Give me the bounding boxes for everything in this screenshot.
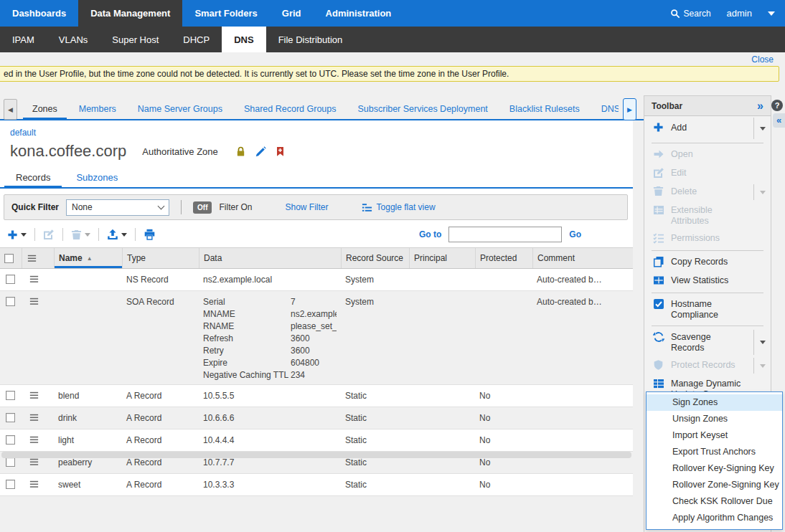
table-row[interactable]: sweet A Record 10.3.3.3 Static No (0, 474, 633, 496)
tab-subscriber-services-deployment[interactable]: Subscriber Services Deployment (347, 98, 499, 119)
add-record-caret-icon[interactable] (21, 233, 27, 237)
export-records-caret-icon[interactable] (121, 233, 127, 237)
filter-on-label: Filter On (219, 202, 252, 212)
row-checkbox[interactable] (6, 480, 15, 489)
subnav-ipam[interactable]: IPAM (0, 27, 47, 52)
hamburger-icon[interactable] (29, 390, 54, 407)
checklist-icon (653, 232, 664, 244)
hamburger-icon[interactable] (29, 296, 54, 384)
menu-item-rollover-zsk[interactable]: Rollover Zone-Signing Key (647, 477, 782, 493)
column-header-data[interactable]: Data (199, 248, 341, 268)
edit-zone-icon[interactable] (255, 146, 266, 157)
column-header-type[interactable]: Type (122, 248, 199, 268)
menu-item-rollover-ksk[interactable]: Rollover Key-Signing Key (647, 460, 782, 477)
table-row[interactable]: drink A Record 10.6.6.6 Static No (0, 407, 633, 429)
row-checkbox[interactable] (6, 457, 15, 467)
subnav-file-distribution[interactable]: File Distribution (266, 27, 355, 52)
nav-smart-folders[interactable]: Smart Folders (182, 0, 269, 27)
bookmark-flag-icon[interactable] (276, 146, 285, 157)
scavenge-caret[interactable] (753, 330, 771, 355)
toolbar-copy-records-button[interactable]: Copy Records (644, 253, 771, 272)
trash-icon (653, 186, 664, 196)
subnav-vlans[interactable]: VLANs (47, 27, 100, 52)
table-row[interactable]: NS Record ns2.example.local System Auto-… (0, 269, 633, 291)
table-row[interactable]: SOA Record Serial7 MNAMEns2.example.lo R… (0, 291, 633, 385)
toolbar-add-button[interactable]: Add (644, 116, 771, 141)
toolbar-collapse-icon[interactable]: » (757, 100, 763, 112)
edit-icon (653, 167, 664, 179)
breadcrumb[interactable]: default (10, 128, 36, 138)
toolbar-view-statistics-button[interactable]: View Statistics (644, 272, 771, 290)
menu-item-import-keyset[interactable]: Import Keyset (647, 427, 782, 444)
user-menu-caret-icon[interactable] (768, 11, 775, 16)
nav-data-management[interactable]: Data Management (78, 0, 182, 27)
show-filter-link[interactable]: Show Filter (286, 202, 329, 212)
goto-label: Go to (419, 229, 441, 239)
subtab-records[interactable]: Records (3, 168, 63, 187)
column-header-name[interactable]: Name▲ (54, 248, 122, 268)
toggle-flat-view-button[interactable]: Toggle flat view (362, 202, 436, 213)
column-header-principal[interactable]: Principal (409, 248, 475, 268)
print-button[interactable] (144, 229, 156, 240)
menu-item-export-trust-anchors[interactable]: Export Trust Anchors (647, 444, 782, 460)
export-records-button[interactable] (107, 229, 127, 240)
row-checkbox[interactable] (6, 275, 15, 284)
subnav-dhcp[interactable]: DHCP (171, 27, 222, 52)
nav-administration[interactable]: Administration (314, 0, 404, 27)
menu-item-sign-zones[interactable]: Sign Zones (647, 394, 782, 411)
page-title: kona.coffee.corp (10, 142, 126, 161)
tab-scroll-right-button[interactable]: ▶ (623, 98, 636, 120)
goto-button[interactable]: Go (569, 229, 581, 239)
collapse-panel-icon[interactable]: « (773, 113, 785, 128)
tab-name-server-groups[interactable]: Name Server Groups (127, 98, 233, 119)
horizontal-scrollbar[interactable] (1, 452, 631, 458)
menu-item-unsign-zones[interactable]: Unsign Zones (647, 411, 782, 427)
global-search[interactable]: Search (670, 9, 711, 19)
add-caret[interactable] (753, 118, 771, 139)
tab-blacklist-rulesets[interactable]: Blacklist Rulesets (499, 98, 591, 119)
hamburger-icon[interactable] (29, 434, 54, 451)
banner-message: ed in the User Profile, but the time zon… (4, 69, 509, 79)
tab-members[interactable]: Members (68, 98, 127, 119)
subtab-subzones[interactable]: Subzones (63, 168, 131, 187)
column-header-comment[interactable]: Comment (532, 248, 633, 268)
chevron-left-icon: ◀ (8, 106, 13, 113)
subnav-dns[interactable]: DNS (222, 27, 265, 52)
add-record-button[interactable] (7, 229, 27, 240)
row-checkbox[interactable] (6, 435, 15, 445)
tab-dns64-groups[interactable]: DNS64 Groups (591, 98, 619, 119)
row-checkbox[interactable] (6, 391, 15, 400)
row-checkbox[interactable] (6, 413, 15, 422)
user-menu[interactable]: admin (727, 8, 752, 19)
subnav-super-host[interactable]: Super Host (100, 27, 171, 52)
tab-zones[interactable]: Zones (22, 98, 68, 119)
row-checkbox[interactable] (6, 297, 15, 306)
toolbar-title: Toolbar (652, 101, 682, 111)
tab-scroll-left-button[interactable]: ◀ (4, 99, 17, 120)
hamburger-icon[interactable] (29, 412, 54, 429)
tab-shared-record-groups[interactable]: Shared Record Groups (233, 98, 347, 119)
hamburger-icon[interactable] (29, 274, 54, 290)
menu-item-apply-algorithm-changes[interactable]: Apply Algorithm Changes (647, 510, 782, 526)
table-row[interactable]: blend A Record 10.5.5.5 Static No (0, 385, 633, 407)
edit-record-button (43, 229, 55, 240)
help-icon[interactable]: ? (771, 100, 783, 111)
column-header-record-source[interactable]: Record Source (341, 248, 409, 268)
banner-close-link[interactable]: Close (751, 54, 774, 65)
quick-filter-select[interactable]: None (66, 199, 169, 216)
nav-dashboards[interactable]: Dashboards (0, 0, 78, 27)
table-row[interactable]: light A Record 10.4.4.4 Static No (0, 429, 633, 452)
hamburger-icon[interactable] (29, 479, 54, 495)
toolbar-edit-button: Edit (644, 164, 771, 183)
nav-grid[interactable]: Grid (270, 0, 314, 27)
column-header-protected[interactable]: Protected (475, 248, 532, 268)
filter-off-toggle[interactable]: Off (193, 201, 212, 214)
hamburger-icon[interactable] (29, 457, 54, 473)
sort-asc-icon: ▲ (87, 255, 93, 262)
toolbar-hostname-compliance-button[interactable]: Hostname Compliance (644, 295, 771, 323)
toolbar-scavenge-records-button[interactable]: Scavenge Records (644, 328, 771, 356)
menu-item-check-ksk-rollover-due[interactable]: Check KSK Rollover Due (647, 493, 782, 510)
row-menu-icon (27, 253, 37, 264)
select-all-checkbox[interactable] (4, 254, 14, 263)
goto-input[interactable] (448, 227, 562, 242)
